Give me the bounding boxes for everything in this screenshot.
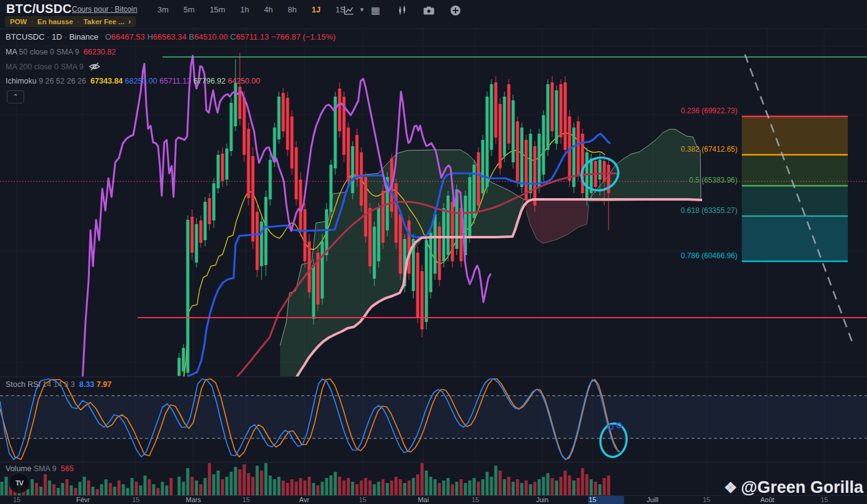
badges-more-arrow-icon[interactable]: › <box>128 17 131 26</box>
chart-canvas[interactable]: 0.236 (69922.73)0.382 (67412.65)0.5 (653… <box>0 0 867 504</box>
volume-value: 565 <box>61 464 74 473</box>
low-value: 64510.00 <box>194 32 227 41</box>
ichimoku-name: Ichimoku <box>6 77 37 85</box>
badge-en-hausse[interactable]: En hausse <box>37 18 73 25</box>
collapse-legend-button[interactable]: ⌃ <box>7 90 24 103</box>
timeframe-5m[interactable]: 5m <box>182 4 196 15</box>
axis-label[interactable]: 15 <box>242 496 250 503</box>
legend-symbol: BTCUSDC <box>6 32 45 41</box>
legend-exchange: Binance <box>69 32 99 41</box>
timeframe-15m[interactable]: 15m <box>208 4 226 15</box>
stoch-rsi-legend-row: Stoch RSI 14 14 3 3 8.33 7.97 <box>6 380 112 389</box>
volume-bars <box>1 463 610 495</box>
close-value: 65711.13 <box>236 32 269 41</box>
tradingview-logo[interactable]: TV <box>9 472 30 493</box>
axis-label[interactable]: 15 <box>589 496 596 503</box>
symbol-title: BTC/USDC <box>6 2 72 16</box>
ichimoku-params: 9 26 52 26 26 <box>39 77 86 85</box>
stoch-params: 14 14 3 3 <box>43 380 75 389</box>
badge-separator: ◦ <box>31 19 33 25</box>
symbol-badges: POW ◦ En hausse ◦ Taker Fee ... › <box>5 16 136 27</box>
volume-sma-label: SMA <box>33 464 50 473</box>
ma200-params: 200 close 0 SMA 9 <box>19 63 84 71</box>
ichimoku-tenkan-value: 67343.84 <box>90 77 123 85</box>
open-value: 66467.53 <box>112 32 145 41</box>
ma200-name: MA <box>6 63 17 71</box>
volume-legend-row: Volume SMA 9 565 <box>6 464 74 473</box>
volume-sma-length: 9 <box>52 464 56 473</box>
timeframe-3m[interactable]: 3m <box>156 4 170 15</box>
ichimoku-senkou-a-value: 67796.92 <box>193 77 226 85</box>
ma200-legend-row: MA 200 close 0 SMA 9 <box>6 62 100 71</box>
symbol-info-link[interactable]: Cours pour : Bitcoin <box>72 5 137 14</box>
watermark-text: @Green Gorilla <box>741 478 863 497</box>
timeframe-1d-active[interactable]: 1J <box>310 4 322 15</box>
fib-retracement[interactable]: 0.236 (69922.73)0.382 (67412.65)0.5 (653… <box>681 106 848 261</box>
top-toolbar: BTC/USDC Cours pour : Bitcoin 3m 5m 15m … <box>0 0 867 28</box>
volume-name: Volume <box>6 464 32 473</box>
axis-label[interactable]: Mai <box>418 496 429 503</box>
ichimoku-senkou-b-value: 64250.00 <box>228 77 260 85</box>
compare-candles-icon[interactable] <box>396 5 408 16</box>
collapse-chevron-icon: ⌃ <box>12 93 18 101</box>
fib-label: 0.236 (69922.73) <box>681 106 737 115</box>
axis-label[interactable]: 15 <box>13 496 20 503</box>
axis-label[interactable]: Juin <box>536 496 548 503</box>
axis-label[interactable]: 15 <box>132 496 139 503</box>
stoch-name: Stoch RSI <box>6 380 40 389</box>
ma50-name: MA <box>6 48 17 56</box>
ma50-legend-row: MA 50 close 0 SMA 9 66230.82 <box>6 48 116 56</box>
eye-hidden-icon[interactable] <box>89 62 100 71</box>
high-value: 66563.34 <box>153 32 187 41</box>
timeframe-8h[interactable]: 8h <box>286 4 297 15</box>
trading-chart-app: 0.236 (69922.73)0.382 (67412.65)0.5 (653… <box>0 0 867 504</box>
axis-label[interactable]: 15 <box>359 496 366 503</box>
badge-separator: ◦ <box>77 19 79 25</box>
watermark: ❖ @Green Gorilla <box>724 478 863 497</box>
add-plus-icon[interactable] <box>449 5 462 16</box>
screenshot-camera-icon[interactable] <box>423 5 435 16</box>
indicators-icon[interactable]: ▦ <box>369 5 382 16</box>
change-value: −766.87 (−1.15%) <box>271 32 336 41</box>
toolbar-icons: ▦ <box>343 4 462 17</box>
axis-label[interactable]: Juill <box>647 496 659 503</box>
ohlc-legend-row: BTCUSDC · 1D · Binance O66467.53 H66563.… <box>6 32 336 41</box>
axis-label[interactable]: Avr <box>299 496 310 503</box>
high-label: H <box>147 32 152 41</box>
timeframe-4h[interactable]: 4h <box>263 4 274 15</box>
fib-label: 0.786 (60466.96) <box>681 251 737 260</box>
axis-label[interactable]: 15 <box>472 496 479 503</box>
ma50-params: 50 close 0 SMA 9 <box>19 48 79 56</box>
timeframe-row: 3m 5m 15m 1h 4h 8h 1J 1S ▾ <box>156 4 364 15</box>
close-label: C <box>230 32 235 41</box>
fib-label: 0.618 (63355.27) <box>681 206 737 215</box>
timeframe-1h[interactable]: 1h <box>239 4 250 15</box>
ichimoku-chikou-value: 65711.13 <box>159 77 191 85</box>
badge-pow[interactable]: POW <box>10 18 27 25</box>
stoch-k-value: 8.33 <box>79 380 94 389</box>
ma50-value: 66230.82 <box>84 48 116 56</box>
diamond-logo-icon: ❖ <box>724 479 737 497</box>
axis-label[interactable]: Févr <box>76 496 90 503</box>
legend-interval: 1D <box>51 32 62 41</box>
axis-label[interactable]: 15 <box>703 496 710 503</box>
chart-style-icon[interactable] <box>343 5 355 16</box>
ichimoku-legend-row: Ichimoku 9 26 52 26 26 67343.84 68250.00… <box>6 77 260 85</box>
stoch-d-value: 7.97 <box>97 380 112 389</box>
badge-taker-fee[interactable]: Taker Fee ... <box>84 18 125 25</box>
axis-label[interactable]: Mars <box>186 496 201 503</box>
ichimoku-kijun-value: 68250.00 <box>125 77 157 85</box>
open-label: O <box>105 32 111 41</box>
